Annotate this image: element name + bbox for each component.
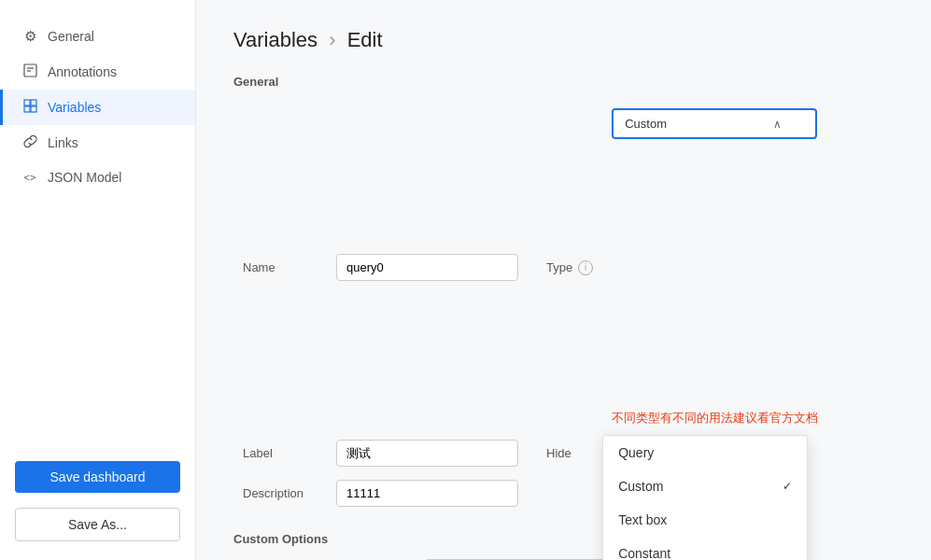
type-info-icon[interactable]: i [578,260,593,275]
main-content: Variables › Edit General Name Type i [196,0,931,560]
svg-rect-4 [31,100,36,105]
sidebar-item-general[interactable]: ⚙ General [0,19,195,54]
sidebar-item-annotations[interactable]: Annotations [0,54,195,90]
dropdown-item-label: Constant [618,546,670,560]
description-input[interactable] [336,480,518,507]
label-label: Label [233,433,327,473]
sidebar-item-label: General [48,29,94,44]
name-type-row: Name Type i Custom ∧ [233,102,827,433]
dropdown-item-custom[interactable]: Custom ✓ [603,469,807,503]
sidebar: ⚙ General Annotations Variables Links <>… [0,0,196,560]
dropdown-item-query[interactable]: Query [603,436,807,469]
type-note: 不同类型有不同的用法建议看官方文档 [612,410,818,427]
general-section: General Name Type i [233,75,894,513]
general-icon: ⚙ [21,28,38,45]
save-as-button[interactable]: Save As... [15,508,180,541]
chevron-up-icon: ∧ [773,118,782,131]
sidebar-item-variables[interactable]: Variables [0,90,195,125]
sidebar-item-label: JSON Model [48,170,121,185]
svg-rect-6 [31,106,36,112]
general-section-label: General [233,75,894,89]
sidebar-item-label: Variables [48,100,101,115]
description-label: Description [233,473,327,513]
save-dashboard-button[interactable]: Save dashboard [15,461,180,493]
svg-rect-3 [24,100,30,105]
label-input-cell [327,433,528,473]
name-input[interactable] [336,254,518,281]
description-input-cell [327,473,528,513]
hide-label: Hide [546,446,571,460]
annotations-icon [21,63,38,80]
type-label: Type [546,260,572,274]
hide-label-cell: Hide [528,433,602,473]
type-selected-value: Custom [625,117,667,131]
svg-rect-5 [24,106,30,112]
links-icon [21,134,38,151]
type-label-cell: Type i [528,102,602,433]
label-input[interactable] [336,440,518,467]
type-dropdown-cell: Custom ∧ Query Custom ✓ [602,102,827,433]
sidebar-item-json-model[interactable]: <> JSON Model [0,161,195,194]
sidebar-item-label: Annotations [48,64,117,79]
variables-icon [21,99,38,116]
check-icon: ✓ [783,480,792,493]
name-input-cell [327,102,528,433]
dropdown-item-constant[interactable]: Constant [603,537,807,560]
sidebar-item-links[interactable]: Links [0,125,195,161]
dropdown-item-label: Text box [618,512,667,527]
type-dropdown-menu: Query Custom ✓ Text box Constant [602,435,808,560]
dropdown-item-textbox[interactable]: Text box [603,503,807,537]
page-title: Variables › Edit [233,28,894,52]
type-dropdown-trigger[interactable]: Custom ∧ [612,108,817,139]
json-icon: <> [21,172,38,183]
dropdown-item-label: Custom [618,479,663,494]
general-form-table: Name Type i Custom ∧ [233,102,827,513]
sidebar-item-label: Links [48,135,78,150]
dropdown-item-label: Query [618,445,654,460]
name-label: Name [233,102,327,433]
